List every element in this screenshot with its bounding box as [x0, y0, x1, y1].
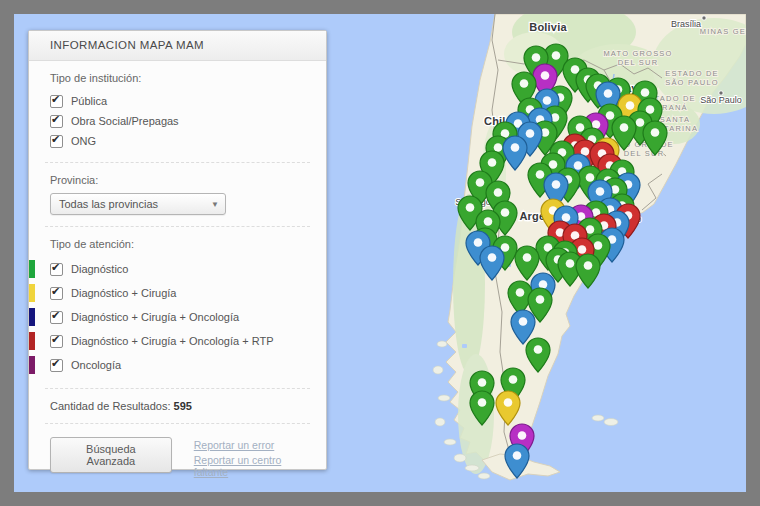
attention-options: ✔Diagnóstico✔Diagnóstico + Cirugía✔Diagn…: [50, 257, 310, 377]
checkmark-icon: ✔: [51, 261, 60, 274]
pin-center-dot: [604, 89, 613, 98]
pin-center-dot: [532, 53, 541, 62]
pin-center-dot: [484, 217, 493, 226]
province-dropdown[interactable]: Todas las provincias ▼: [50, 193, 226, 215]
checkbox-label: Pública: [71, 95, 107, 107]
checkbox-label: Oncología: [71, 359, 121, 371]
pin-center-dot: [626, 101, 635, 110]
pin-center-dot: [636, 118, 645, 127]
checkmark-icon: ✔: [51, 113, 60, 126]
checkbox-label: Diagnóstico: [71, 263, 128, 275]
pin-center-dot: [586, 173, 595, 182]
region-label: ESTADO DE: [665, 69, 719, 78]
checkbox[interactable]: ✔: [50, 135, 63, 148]
institution-option: ✔Obra Social/Prepagas: [50, 111, 310, 131]
attention-option: ✔Diagnóstico: [50, 257, 310, 281]
map-viewport: MINAS GERAISMATO GROSSODEL SURESTADO DES…: [14, 14, 746, 492]
pin-center-dot: [478, 398, 487, 407]
pin-center-dot: [501, 208, 510, 217]
institution-option: ✔ONG: [50, 131, 310, 151]
divider: [45, 388, 310, 389]
report-error-link[interactable]: Reportar un error: [194, 439, 310, 451]
attention-option: ✔Diagnóstico + Cirugía + Oncología + RTP: [50, 329, 310, 353]
institution-section-label: Tipo de institución:: [50, 72, 310, 84]
pin-center-dot: [519, 317, 528, 326]
pin-center-dot: [478, 378, 487, 387]
report-missing-center-link[interactable]: Reportar un centro faltante: [194, 454, 310, 478]
checkbox-label: Diagnóstico + Cirugía: [71, 287, 176, 299]
pin-center-dot: [466, 203, 475, 212]
pin-center-dot: [526, 129, 535, 138]
region-label: SANTA: [660, 115, 690, 124]
divider: [45, 423, 310, 424]
pin-center-dot: [523, 253, 532, 262]
pin-center-dot: [494, 188, 503, 197]
checkbox[interactable]: ✔: [50, 311, 63, 324]
region-label: SÃO PAULO: [665, 78, 719, 87]
province-selected-value: Todas las provincias: [59, 198, 158, 210]
checkbox[interactable]: ✔: [50, 335, 63, 348]
pin-center-dot: [620, 123, 629, 132]
pin-center-dot: [474, 238, 483, 247]
results-value: 595: [174, 400, 192, 412]
pin-center-dot: [578, 245, 587, 254]
checkbox[interactable]: ✔: [50, 287, 63, 300]
checkbox[interactable]: ✔: [50, 359, 63, 372]
province-section-label: Provincia:: [50, 174, 310, 186]
pin-center-dot: [488, 253, 497, 262]
panel-title: INFORMACION MAPA MAM: [29, 31, 326, 61]
checkmark-icon: ✔: [51, 133, 60, 146]
institution-options: ✔Pública✔Obra Social/Prepagas✔ONG: [50, 91, 310, 151]
pin-center-dot: [552, 51, 561, 60]
legend-color-bar: [29, 332, 35, 350]
checkbox[interactable]: ✔: [50, 263, 63, 276]
attention-option: ✔Diagnóstico + Cirugía + Oncología: [50, 305, 310, 329]
checkbox-label: Diagnóstico + Cirugía + Oncología: [71, 311, 239, 323]
attention-section-label: Tipo de atención:: [50, 238, 310, 250]
pin-center-dot: [511, 143, 520, 152]
checkmark-icon: ✔: [51, 285, 60, 298]
checkbox-label: ONG: [71, 135, 96, 147]
window-frame: MINAS GERAISMATO GROSSODEL SURESTADO DES…: [0, 0, 760, 506]
pin-center-dot: [594, 241, 603, 250]
checkbox-label: Obra Social/Prepagas: [71, 115, 179, 127]
legend-color-bar: [29, 308, 35, 326]
country-label: Bolivia: [529, 21, 567, 33]
results-count: Cantidad de Resultados: 595: [50, 400, 310, 412]
report-links: Reportar un error Reportar un centro fal…: [194, 437, 310, 478]
panel-body: Tipo de institución: ✔Pública✔Obra Socia…: [29, 61, 326, 478]
checkbox[interactable]: ✔: [50, 95, 63, 108]
attention-option: ✔Oncología: [50, 353, 310, 377]
pin-center-dot: [536, 295, 545, 304]
pin-center-dot: [488, 158, 497, 167]
institution-option: ✔Pública: [50, 91, 310, 111]
checkmark-icon: ✔: [51, 93, 60, 106]
pin-center-dot: [576, 123, 585, 132]
region-label: MATO GROSSO: [603, 49, 672, 58]
pin-center-dot: [494, 143, 503, 152]
pin-center-dot: [476, 178, 485, 187]
legend-color-bar: [29, 284, 35, 302]
pin-center-dot: [536, 170, 545, 179]
chevron-down-icon: ▼: [211, 200, 219, 209]
pin-center-dot: [541, 71, 550, 80]
pin-center-dot: [562, 213, 571, 222]
region-label: MINAS GERAIS: [700, 27, 746, 36]
checkbox[interactable]: ✔: [50, 115, 63, 128]
pin-center-dot: [516, 288, 525, 297]
legend-color-bar: [29, 260, 35, 278]
checkbox-label: Diagnóstico + Cirugía + Oncología + RTP: [71, 335, 274, 347]
pin-center-dot: [509, 375, 518, 384]
pin-center-dot: [651, 128, 660, 137]
checkmark-icon: ✔: [51, 357, 60, 370]
advanced-search-button[interactable]: Búsqueda Avanzada: [50, 437, 172, 473]
panel-footer: Búsqueda Avanzada Reportar un error Repo…: [50, 437, 310, 478]
pin-center-dot: [504, 398, 513, 407]
pin-center-dot: [596, 187, 605, 196]
pin-center-dot: [543, 96, 552, 105]
region-label: DEL SUR: [618, 58, 659, 67]
pin-center-dot: [518, 431, 527, 440]
checkmark-icon: ✔: [51, 333, 60, 346]
results-label: Cantidad de Resultados:: [50, 400, 170, 412]
legend-color-bar: [29, 356, 35, 374]
